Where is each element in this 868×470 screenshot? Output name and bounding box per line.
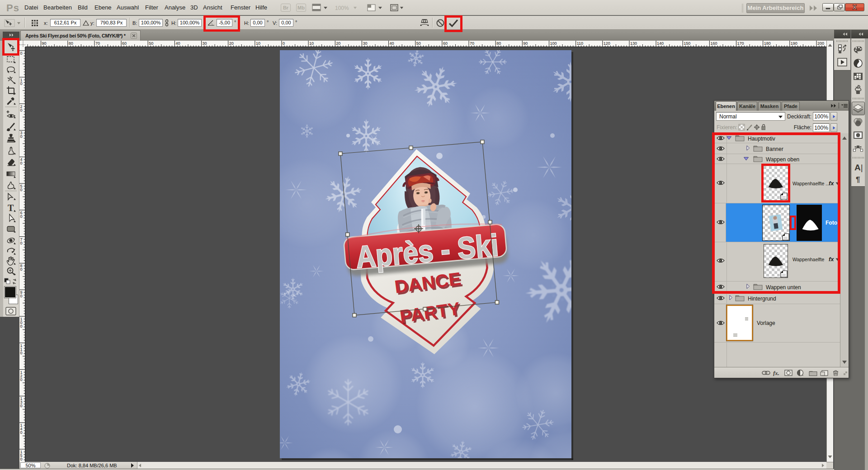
svg-text:0: 0	[20, 377, 23, 382]
svg-text:0: 0	[20, 81, 23, 86]
svg-text:0: 0	[20, 214, 23, 219]
svg-text:20: 20	[336, 41, 340, 46]
svg-text:60: 60	[122, 41, 127, 46]
svg-text:140: 140	[657, 41, 664, 46]
svg-text:110: 110	[577, 41, 583, 46]
svg-text:50: 50	[149, 41, 153, 46]
svg-text:0: 0	[20, 267, 23, 272]
svg-text:0: 0	[20, 404, 23, 408]
svg-text:190: 190	[791, 41, 797, 46]
svg-text:T: T	[8, 203, 14, 213]
svg-text:150: 150	[684, 41, 690, 46]
svg-text:100%: 100%	[335, 5, 349, 11]
svg-text:70: 70	[470, 41, 474, 46]
svg-text:100: 100	[550, 41, 557, 46]
svg-text:20: 20	[229, 41, 234, 46]
svg-text:fx.: fx.	[773, 370, 779, 376]
svg-text:160: 160	[710, 41, 717, 46]
svg-text:10: 10	[309, 41, 314, 46]
svg-text:0: 0	[20, 430, 23, 435]
svg-text:170: 170	[737, 41, 744, 46]
svg-text:80: 80	[496, 41, 501, 46]
svg-text:0: 0	[20, 51, 23, 56]
svg-text:10: 10	[256, 41, 260, 46]
svg-text:0: 0	[20, 241, 23, 245]
svg-text:40: 40	[390, 41, 394, 46]
svg-text:60: 60	[443, 41, 448, 46]
svg-text:90: 90	[523, 41, 528, 46]
svg-text:30: 30	[203, 41, 207, 46]
svg-text:0: 0	[20, 294, 23, 298]
svg-text:80: 80	[69, 41, 73, 46]
svg-text:0: 0	[20, 457, 23, 461]
svg-text:0: 0	[20, 351, 23, 355]
svg-text:0: 0	[20, 108, 23, 113]
svg-text:0: 0	[20, 188, 23, 192]
svg-text:X: X	[853, 4, 857, 11]
svg-text:0: 0	[20, 134, 23, 139]
svg-text:50: 50	[416, 41, 421, 46]
svg-text:200: 200	[817, 41, 824, 46]
svg-text:130: 130	[630, 41, 637, 46]
svg-text:90: 90	[42, 41, 47, 46]
svg-text:0: 0	[20, 324, 23, 329]
svg-text:120: 120	[604, 41, 610, 46]
svg-text:70: 70	[95, 41, 100, 46]
svg-text:30: 30	[363, 41, 368, 46]
svg-text:180: 180	[764, 41, 771, 46]
svg-text:0: 0	[20, 161, 23, 165]
svg-text:0: 0	[283, 41, 285, 46]
svg-text:40: 40	[175, 41, 180, 46]
